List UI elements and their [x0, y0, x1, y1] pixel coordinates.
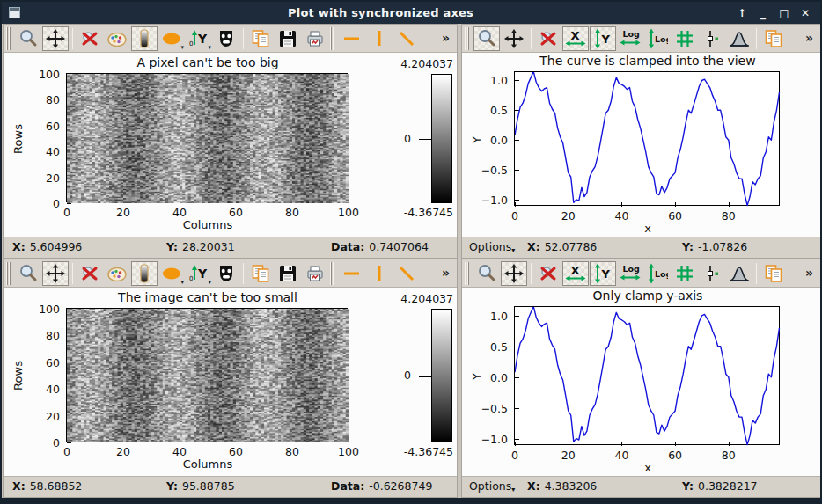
grid-icon[interactable]: [672, 261, 698, 286]
tick-label: 20: [23, 409, 60, 422]
toolbar-handle[interactable]: [6, 27, 11, 50]
curve-series[interactable]: [515, 307, 781, 446]
stats-icon[interactable]: [726, 261, 752, 286]
close-button[interactable]: ✕: [799, 7, 811, 19]
pan-icon[interactable]: [42, 261, 69, 286]
colorbar[interactable]: [431, 74, 452, 203]
options-menu-button[interactable]: Options▾: [469, 240, 515, 254]
plot-title: A pixel can't be too big: [136, 55, 278, 69]
palette-icon[interactable]: [104, 26, 130, 51]
shade-button[interactable]: ↑: [736, 7, 748, 19]
ellipse-shape-icon[interactable]: ▾: [158, 261, 185, 286]
pan-icon[interactable]: [501, 261, 527, 286]
vline-shape-icon[interactable]: [366, 261, 393, 286]
cursor-icon[interactable]: [699, 261, 725, 286]
contrast-icon[interactable]: [131, 26, 158, 51]
panel-curve-bottom: XYLogLog» Only clamp y-axis Y x 02040608…: [461, 259, 821, 498]
image-mask-icon[interactable]: [213, 261, 239, 286]
palette-icon[interactable]: [104, 261, 130, 286]
pan-icon[interactable]: [42, 26, 69, 51]
minimize-button[interactable]: _: [757, 7, 769, 19]
toolbar-image-bottom: ▾Y0▾»: [4, 259, 457, 288]
noise-image[interactable]: [67, 74, 349, 203]
options-menu-button[interactable]: Options▾: [469, 479, 515, 493]
toolbar-overflow-button[interactable]: »: [440, 266, 455, 281]
log-y-icon[interactable]: Log: [644, 261, 671, 286]
unzoom-icon[interactable]: [535, 261, 561, 286]
log-x-icon[interactable]: Log: [617, 26, 643, 51]
toolbar-overflow-button[interactable]: »: [440, 31, 455, 47]
panel-curve-top: XYLogLog» The curve is clamped into the …: [461, 24, 821, 259]
copy-icon[interactable]: [760, 261, 787, 286]
status-y: Y:0.3828217: [682, 479, 758, 493]
toolbar-handle[interactable]: [330, 27, 335, 50]
colorbar-max-label: 4.204037: [374, 292, 453, 305]
toolbar-separator: [243, 28, 244, 49]
curve-series[interactable]: [515, 72, 781, 207]
save-icon[interactable]: [275, 26, 301, 51]
plot-image-top[interactable]: A pixel can't be too big Rows Columns 4.…: [4, 53, 457, 237]
log-x-icon[interactable]: Log: [617, 261, 643, 286]
y-axis-dialog-icon[interactable]: Y0▾: [186, 26, 212, 51]
print-icon[interactable]: [302, 26, 328, 51]
tick-label: 20: [116, 445, 130, 458]
tick-label: 80: [722, 449, 736, 462]
plot-image-bottom[interactable]: The image can't be too small Rows Column…: [4, 288, 457, 476]
toolbar-overflow-button[interactable]: »: [804, 266, 818, 281]
y-range-icon[interactable]: Y: [590, 26, 616, 51]
unzoom-icon[interactable]: [77, 26, 103, 51]
zoom-icon[interactable]: [473, 26, 500, 51]
save-icon[interactable]: [275, 261, 301, 286]
plot-curve-top[interactable]: The curve is clamped into the view Y x 0…: [462, 53, 820, 237]
hline-shape-icon[interactable]: [339, 26, 365, 51]
toolbar-handle[interactable]: [6, 262, 11, 285]
ellipse-shape-icon[interactable]: ▾: [158, 26, 185, 51]
x-axis-label: Columns: [183, 218, 233, 231]
copy-icon[interactable]: [247, 261, 274, 286]
maximize-button[interactable]: □: [778, 7, 790, 19]
tick-label: 1.0: [471, 74, 508, 87]
titlebar[interactable]: Plot with synchronized axes ↑ _ □ ✕: [2, 2, 820, 24]
unzoom-icon[interactable]: [535, 26, 561, 51]
y-axis-dialog-icon[interactable]: Y0▾: [186, 261, 212, 286]
stats-icon[interactable]: [726, 26, 752, 51]
colorbar[interactable]: [431, 309, 452, 442]
tick-label: 60: [23, 355, 60, 369]
tick-label: 20: [561, 449, 576, 462]
window-title: Plot with synchronized axes: [26, 6, 736, 19]
print-icon[interactable]: [302, 261, 328, 286]
tick-label: 20: [561, 209, 576, 223]
toolbar-handle[interactable]: [465, 27, 470, 50]
tick-label: 60: [668, 449, 682, 462]
contrast-icon[interactable]: [131, 261, 158, 286]
toolbar-curve-bottom: XYLogLog»: [462, 259, 820, 288]
zoom-icon[interactable]: [15, 26, 41, 51]
window-controls: ↑ _ □ ✕: [736, 7, 811, 19]
x-axis-label: x: [644, 461, 651, 474]
x-range-icon[interactable]: X: [562, 26, 589, 51]
oblique-shape-icon[interactable]: [393, 26, 420, 51]
toolbar-handle[interactable]: [465, 262, 470, 285]
log-y-icon[interactable]: Log: [644, 26, 671, 51]
copy-icon[interactable]: [247, 26, 274, 51]
plot-curve-bottom[interactable]: Only clamp y-axis Y x 0204060801.00.50.0…: [462, 288, 820, 476]
cursor-icon[interactable]: [699, 26, 725, 51]
zoom-icon[interactable]: [473, 261, 500, 286]
x-axis-label: Columns: [183, 457, 233, 471]
hline-shape-icon[interactable]: [339, 261, 365, 286]
toolbar-overflow-button[interactable]: »: [804, 31, 818, 47]
x-range-icon[interactable]: X: [562, 261, 589, 286]
grid-icon[interactable]: [672, 26, 698, 51]
zoom-icon[interactable]: [15, 261, 41, 286]
image-mask-icon[interactable]: [213, 26, 239, 51]
y-range-icon[interactable]: Y: [590, 261, 616, 286]
toolbar-handle[interactable]: [330, 262, 335, 285]
tick-label: 80: [722, 209, 736, 223]
unzoom-icon[interactable]: [77, 261, 103, 286]
vline-shape-icon[interactable]: [366, 26, 393, 51]
oblique-shape-icon[interactable]: [393, 261, 420, 286]
noise-image[interactable]: [67, 309, 349, 442]
pan-icon[interactable]: [501, 26, 527, 51]
svg-text:Y: Y: [197, 32, 208, 46]
copy-icon[interactable]: [760, 26, 787, 51]
